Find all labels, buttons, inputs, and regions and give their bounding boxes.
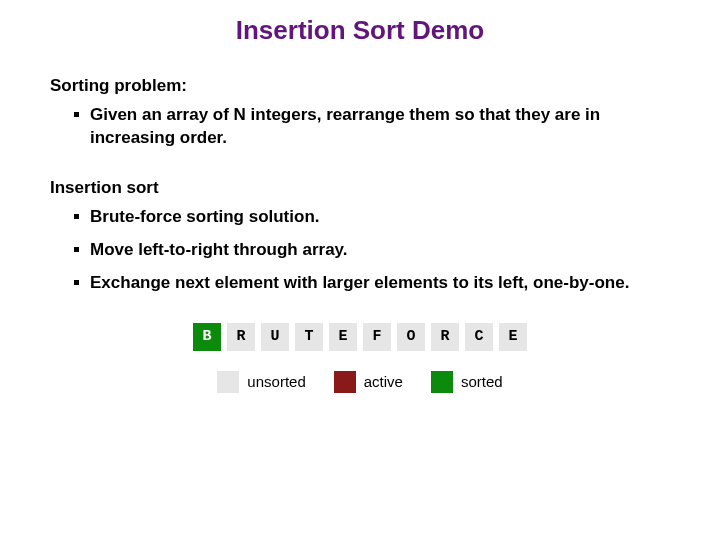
list-item: Given an array of N integers, rearrange … [74, 104, 670, 150]
array-cell-6: O [397, 323, 425, 351]
array-cell-7: R [431, 323, 459, 351]
list-item: Brute-force sorting solution. [74, 206, 670, 229]
slide: Insertion Sort Demo Sorting problem: Giv… [0, 0, 720, 393]
section-heading-insertion-sort: Insertion sort [50, 178, 670, 198]
bullet-list-insertion-sort: Brute-force sorting solution. Move left-… [50, 206, 670, 295]
swatch-sorted-icon [431, 371, 453, 393]
swatch-active-icon [334, 371, 356, 393]
array-visual: B R U T E F O R C E [50, 323, 670, 351]
list-item: Move left-to-right through array. [74, 239, 670, 262]
legend: unsorted active sorted [50, 371, 670, 393]
list-item: Exchange next element with larger elemen… [74, 272, 670, 295]
legend-label-active: active [364, 373, 403, 390]
array-cell-3: T [295, 323, 323, 351]
array-cell-0: B [193, 323, 221, 351]
legend-label-sorted: sorted [461, 373, 503, 390]
legend-item-unsorted: unsorted [217, 371, 305, 393]
array-cell-4: E [329, 323, 357, 351]
array-cell-8: C [465, 323, 493, 351]
page-title: Insertion Sort Demo [50, 15, 670, 46]
array-cell-1: R [227, 323, 255, 351]
legend-item-sorted: sorted [431, 371, 503, 393]
array-cell-9: E [499, 323, 527, 351]
section-heading-sorting-problem: Sorting problem: [50, 76, 670, 96]
legend-label-unsorted: unsorted [247, 373, 305, 390]
bullet-list-sorting-problem: Given an array of N integers, rearrange … [50, 104, 670, 150]
legend-item-active: active [334, 371, 403, 393]
array-cell-2: U [261, 323, 289, 351]
array-cell-5: F [363, 323, 391, 351]
swatch-unsorted-icon [217, 371, 239, 393]
